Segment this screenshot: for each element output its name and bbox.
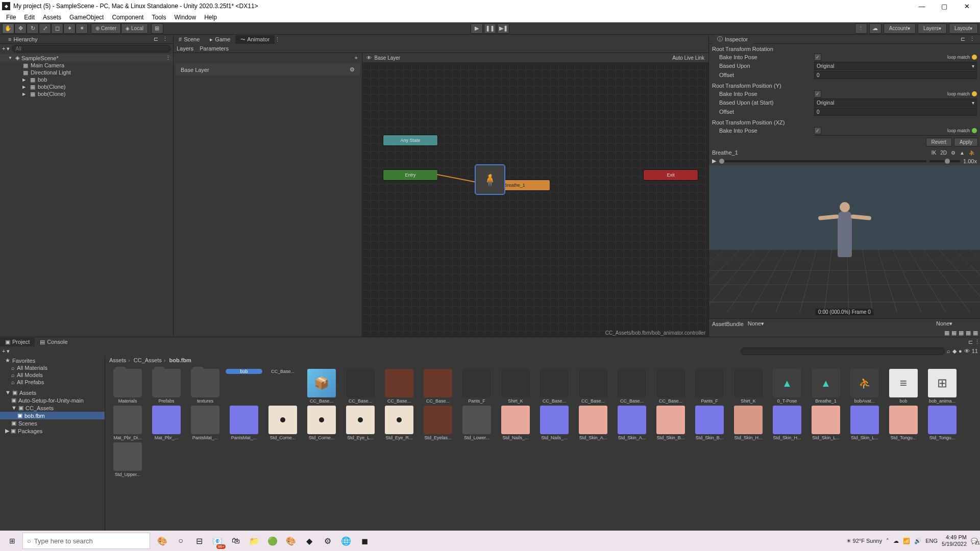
preview-opt-icon[interactable]: ⚙ [949, 150, 958, 156]
animation-preview[interactable]: 0:00 (000.0%) Frame 0 [709, 165, 980, 318]
hierarchy-item[interactable]: ▦Main Camera [0, 62, 173, 69]
project-search-input[interactable] [741, 347, 945, 355]
minimize-button[interactable]: — [911, 0, 933, 12]
inspector-menu-icon[interactable]: ⋮ [967, 36, 977, 42]
collab-icon[interactable]: ⋮ [855, 23, 867, 34]
2d-button[interactable]: 2D [938, 150, 949, 156]
preview-avatar-icon[interactable]: ⛹ [967, 150, 977, 156]
project-menu-icon[interactable]: ⋮ [974, 339, 980, 345]
auto-live-link[interactable]: Auto Live Link [672, 55, 704, 61]
asset-item[interactable]: CC_Base... [652, 369, 689, 404]
transform-tool-icon[interactable]: ✦ [63, 23, 76, 34]
offset-y-input[interactable]: 0 [814, 108, 977, 116]
asset-item[interactable]: CC_Base... [381, 369, 418, 404]
assets-folder[interactable]: ▼ ▣ Assets [0, 389, 105, 396]
project-add-button[interactable]: + ▾ [2, 348, 10, 355]
search-filter-icon[interactable]: ⌕ [947, 348, 950, 354]
pivot-local-button[interactable]: ◈Local [121, 23, 148, 34]
footer-icon[interactable]: ▦ [973, 330, 978, 336]
favorites-header[interactable]: ★ Favorites [0, 357, 105, 364]
node-any-state[interactable]: Any State [383, 135, 438, 146]
taskbar-clock[interactable]: 4:49 PM 5/19/2022 [942, 534, 967, 547]
hierarchy-menu-icon[interactable]: ⋮ [160, 36, 170, 42]
ik-button[interactable]: IK [929, 150, 938, 156]
based-upon-dropdown[interactable]: Original▾ [814, 62, 977, 70]
asset-item[interactable]: Mat_Pbr_... [148, 406, 185, 440]
asset-item[interactable]: ⊞bob_anima... [924, 369, 961, 404]
pivot-center-button[interactable]: ⊕Center [91, 23, 121, 34]
preview-play-button[interactable]: ▶ [712, 158, 716, 164]
asset-item[interactable]: Std_Skin_H... [769, 406, 805, 440]
asset-item[interactable]: ⛹bobAvat... [846, 369, 883, 404]
asset-item[interactable]: Std_Skin_B... [652, 406, 689, 440]
based-upon-y-dropdown[interactable]: Original▾ [814, 98, 977, 107]
asset-item[interactable]: ▲0_T-Pose [769, 369, 805, 404]
asset-item[interactable]: Std_Eye_L... [342, 406, 379, 440]
asset-item[interactable]: Std_Skin_A... [614, 406, 650, 440]
asset-item[interactable]: Mat_Pbr_Di... [109, 406, 146, 440]
asset-item[interactable]: Pants_F [691, 369, 728, 404]
asset-item[interactable]: CC_Base... [420, 369, 456, 404]
asset-item[interactable]: Prefabs [148, 369, 185, 404]
taskbar-app-icon[interactable]: 🎨 [283, 533, 299, 549]
preview-time-slider[interactable] [719, 160, 926, 162]
node-exit[interactable]: Exit [643, 169, 698, 181]
animator-graph[interactable]: 👁 Base Layer Auto Live Link Any State En… [362, 53, 708, 337]
tray-language-icon[interactable]: ENG [925, 538, 938, 544]
asset-item[interactable]: Materials [109, 369, 146, 404]
taskbar-app-icon[interactable]: ◼ [356, 533, 373, 549]
animator-layers-tab[interactable]: Layers [177, 45, 193, 52]
tray-volume-icon[interactable]: 🔊 [914, 538, 921, 544]
favorite-item[interactable]: ⌕ All Materials [0, 364, 105, 371]
hierarchy-item[interactable]: ▦Directional Light [0, 69, 173, 76]
hierarchy-search-input[interactable] [12, 45, 171, 53]
taskbar-news-icon[interactable]: 🎨 [154, 533, 170, 549]
asset-item[interactable]: Std_Skin_L... [846, 406, 883, 440]
asset-item[interactable]: PantsMat_... [226, 406, 262, 440]
favorite-item[interactable]: ⌕ All Prefabs [0, 379, 105, 386]
taskbar-chrome-icon[interactable]: 🌐 [338, 533, 354, 549]
taskbar-store-icon[interactable]: 🛍 [228, 533, 244, 549]
layers-dropdown[interactable]: Layers ▾ [918, 23, 947, 34]
asset-item[interactable]: Shirt_K [730, 369, 767, 404]
assetbundle-variant-dropdown[interactable]: None▾ [936, 320, 977, 327]
taskbar-mail-icon[interactable]: 📧99+ [209, 533, 226, 549]
breadcrumb-item[interactable]: CC_Assets [134, 357, 162, 363]
taskbar-app-icon[interactable]: ⚙ [320, 533, 336, 549]
weather-widget[interactable]: ☀ 92°F Sunny [846, 538, 883, 544]
project-tab[interactable]: ▣ Project [0, 338, 35, 346]
asset-item[interactable]: Std_Nails_... [536, 406, 573, 440]
menu-gameobject[interactable]: GameObject [65, 12, 108, 22]
snap-tool-icon[interactable]: ⊞ [151, 23, 163, 34]
asset-item[interactable]: Std_Eyelas... [420, 406, 456, 440]
asset-item[interactable]: Std_Skin_L... [807, 406, 844, 440]
taskbar-taskview-icon[interactable]: ⊟ [191, 533, 207, 549]
preview-ik-icon[interactable]: ▲ [958, 150, 967, 156]
console-tab[interactable]: ▤ Console [35, 338, 72, 346]
menu-file[interactable]: File [2, 12, 20, 22]
asset-item[interactable]: Std_Skin_H... [730, 406, 767, 440]
asset-item[interactable]: 🧍CC_Base... [264, 369, 301, 404]
node-entry[interactable]: Entry [383, 169, 438, 181]
center-menu-icon[interactable]: ⋮ [275, 36, 280, 43]
pause-button[interactable]: ❚❚ [484, 23, 496, 34]
menu-assets[interactable]: Assets [39, 12, 65, 22]
asset-item[interactable]: Std_Corne... [264, 406, 301, 440]
animator-parameters-tab[interactable]: Parameters [200, 45, 229, 52]
maximize-button[interactable]: ▢ [933, 0, 955, 12]
asset-item[interactable]: PantsMat_... [187, 406, 224, 440]
eye-icon[interactable]: 👁 [366, 55, 372, 61]
tray-network-icon[interactable]: 📶 [903, 538, 910, 544]
asset-item[interactable]: Std_Skin_B... [691, 406, 728, 440]
footer-icon[interactable]: ▦ [951, 330, 957, 336]
step-button[interactable]: ▶❚ [497, 23, 509, 34]
play-button[interactable]: ▶ [471, 23, 483, 34]
breadcrumb-item[interactable]: bob.fbm [169, 357, 191, 363]
move-tool-icon[interactable]: ✥ [14, 23, 27, 34]
asset-item[interactable]: Std_Tongu... [885, 406, 922, 440]
scene-tab[interactable]: # Scene [174, 35, 205, 43]
taskbar-explorer-icon[interactable]: 📁 [246, 533, 262, 549]
preview-speed-slider[interactable] [929, 160, 960, 162]
asset-item[interactable]: Std_Lower... [458, 406, 495, 440]
tray-onedrive-icon[interactable]: ☁ [893, 538, 899, 544]
